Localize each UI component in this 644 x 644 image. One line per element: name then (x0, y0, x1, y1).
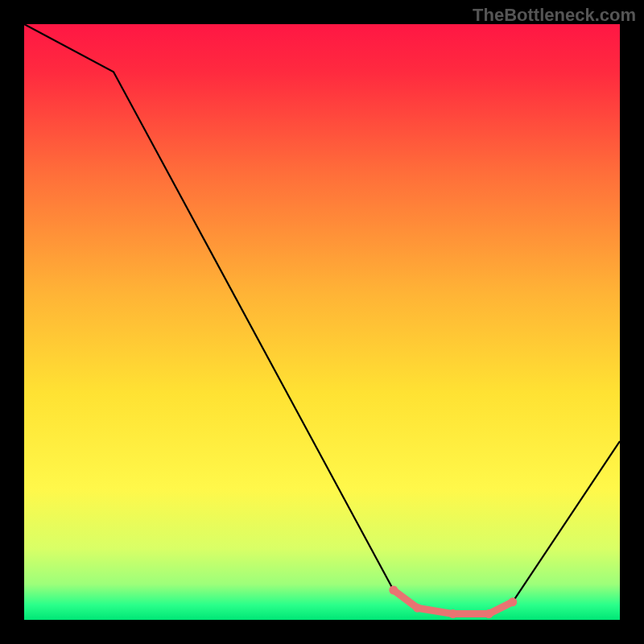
chart-plot-area (24, 24, 620, 620)
highlight-point (485, 609, 493, 618)
watermark: TheBottleneck.com (473, 5, 636, 26)
chart-curve (24, 24, 620, 620)
highlight-point (413, 604, 422, 613)
highlight-point (389, 586, 398, 595)
bottleneck-curve (24, 24, 620, 614)
highlight-point (448, 609, 457, 618)
highlight-point (508, 597, 517, 606)
